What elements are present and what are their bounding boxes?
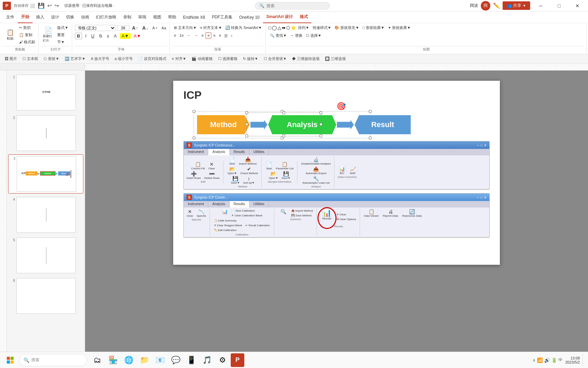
redo-btn[interactable]: ↪ <box>54 2 59 9</box>
decrease-font-button[interactable]: A↓ <box>141 25 150 31</box>
taskbar-search[interactable]: 🔍 搜索 <box>19 354 87 366</box>
tab-file[interactable]: 文件 <box>3 12 18 23</box>
layout-button[interactable]: 版式▼ <box>56 25 70 31</box>
ss1-open-method[interactable]: 📂Open▼ <box>226 166 239 175</box>
ss1-save-method[interactable]: 💾Save▼ <box>229 175 241 185</box>
tab-design[interactable]: 设计 <box>48 12 63 23</box>
copy-button[interactable]: 📋 复制 <box>18 32 36 38</box>
align-left-button[interactable]: ≡ <box>200 33 205 38</box>
font-size-input[interactable] <box>117 25 129 31</box>
search-input[interactable] <box>266 3 317 8</box>
ss1-autosampler[interactable]: 🔧Autosampler Load List <box>301 175 331 185</box>
ss2-save-method[interactable]: 💾Save Method <box>290 213 314 218</box>
show-desktop[interactable] <box>583 353 585 367</box>
find-button[interactable]: 🔍 查找▼ <box>268 32 288 39</box>
tab-format[interactable]: 格式 <box>296 12 311 23</box>
tab-home[interactable]: 开始 <box>18 12 33 23</box>
ss1-clear[interactable]: ✕Clear <box>207 161 216 171</box>
tab-animations[interactable]: 动画 <box>78 12 93 23</box>
align-right-button[interactable]: ≡ <box>212 33 217 38</box>
ss1-tab-results[interactable]: Results <box>230 149 249 155</box>
change-case-button[interactable]: Aa <box>160 25 167 31</box>
ss2-edit-calibration[interactable]: ✏️Edit Calibration <box>213 228 244 232</box>
reset-button[interactable]: 重置 <box>56 32 70 38</box>
tab-endnote[interactable]: EndNote X8 <box>180 12 209 23</box>
bullets-button[interactable]: ≡ <box>173 33 177 38</box>
ss1-msf[interactable]: 📈MSF <box>348 166 358 175</box>
flowchart[interactable]: Method Analysis Result <box>197 115 490 134</box>
tab-pdf[interactable]: PDF工具集 <box>209 12 236 23</box>
shape-3[interactable]: △ <box>278 25 281 30</box>
minimize-button[interactable]: ─ <box>533 0 549 12</box>
ss1-param-list[interactable]: 📋Parameter List <box>275 161 295 171</box>
ss2-recall-calib[interactable]: ↩Recall Calibration <box>244 218 271 232</box>
qa-shape[interactable]: ⬡ 形状▼ <box>42 56 61 62</box>
autosave-toggle[interactable]: ⬜ <box>30 3 35 8</box>
qa-align[interactable]: ≡ 对齐▼ <box>170 56 188 62</box>
undo-btn[interactable]: ↩ <box>47 2 52 9</box>
tray-network[interactable]: 📶 <box>537 357 543 363</box>
tray-battery[interactable]: 🔋 <box>551 357 557 363</box>
ss1-insert-rows[interactable]: ➕Insert Rows <box>185 171 202 180</box>
ss1-sample-new[interactable]: 📄New <box>264 161 274 171</box>
qa-decrease-font[interactable]: a 缩小字号 <box>113 56 135 62</box>
ss1-iec[interactable]: 📊IEC <box>337 166 347 175</box>
ss2-options[interactable]: ⚙Clear Options <box>335 217 358 221</box>
shape-outline-button[interactable]: □ 形状轮廓▼ <box>361 25 386 31</box>
qa-3d-options[interactable]: ◆ 三维旋转选项 <box>290 56 321 62</box>
qa-3d-select[interactable]: 🔲 三维选项 <box>323 56 348 62</box>
ss2-reprocess[interactable]: 🔄Reprocess Data <box>401 209 423 218</box>
shape-5[interactable]: ⬡ <box>286 25 290 30</box>
increase-font-button[interactable]: A↑ <box>131 25 140 31</box>
tab-slideshow[interactable]: 幻灯片放映 <box>93 12 120 23</box>
paste-button[interactable]: 📋 粘贴 <box>3 28 17 42</box>
shape-1[interactable]: □ <box>268 25 271 30</box>
qa-wordart[interactable]: 🔤 艺术字▼ <box>63 56 87 62</box>
decrease-indent-button[interactable]: ← <box>186 33 192 38</box>
ss1-tab-analysis[interactable]: Analysis <box>208 149 229 155</box>
ss1-sample-open[interactable]: 📂Open▼ <box>267 171 280 180</box>
pen-icon[interactable]: ✏️ <box>493 2 500 9</box>
qa-increase-font[interactable]: A 放大字号 <box>89 56 111 62</box>
tab-onekey[interactable]: OneKey 10 <box>236 12 263 23</box>
taskbar-store[interactable]: 🏪 <box>105 353 120 368</box>
select-button[interactable]: ☐ 选择▼ <box>305 32 323 39</box>
new-slide-button[interactable]: 📄 新建幻灯片 <box>42 26 55 44</box>
taskbar-mail[interactable]: 📧 <box>152 353 167 368</box>
highlight-button[interactable]: A▼ <box>120 33 131 39</box>
ss2-spectra-btn[interactable]: 📉Spectra <box>195 209 208 218</box>
ss2-tab-instrument[interactable]: Instrument <box>184 201 208 208</box>
qa-image[interactable]: 🖼 图片 <box>3 56 19 62</box>
ss1-check-method[interactable]: ✔Check Method <box>239 166 259 175</box>
ss1-tab-utilities[interactable]: Utilities <box>249 149 269 155</box>
line-spacing-button[interactable]: ↕ <box>229 33 234 38</box>
taskbar-app8[interactable]: ⚙ <box>215 353 230 368</box>
slide-item-5[interactable]: 5 <box>8 236 83 275</box>
slide-item-3[interactable]: 3 ICP Method ▶ Analysis ▶ Result <box>8 154 83 194</box>
format-painter-button[interactable]: 🖌 格式刷 <box>18 39 36 45</box>
font-family-select[interactable]: 等线 (正文) <box>75 25 116 31</box>
ss2-clear-reagent-blank[interactable]: ✕Clear Reagent Blank <box>213 223 244 228</box>
start-button[interactable] <box>3 353 18 368</box>
qa-textbox[interactable]: ☐ 文本框 <box>20 56 40 62</box>
qa-selection-pane[interactable]: ☐ 选择窗格 <box>216 56 240 62</box>
ss2-import-method[interactable]: 📥Import Method <box>290 209 314 213</box>
ss2-tab-results[interactable]: Results <box>230 201 249 208</box>
italic-button[interactable]: I <box>83 33 88 39</box>
ss2-calib-icon-btn[interactable]: 📊 <box>220 209 229 218</box>
ss1-delete-rows[interactable]: ➖Delete Rows <box>203 171 221 180</box>
ss2-new-calib[interactable]: 📄New Calibration <box>230 209 264 213</box>
slide-3[interactable]: ICP 🎯 <box>173 81 500 265</box>
quick-styles-button[interactable]: 快速样式▼ <box>311 25 333 31</box>
taskbar-app6[interactable]: 📱 <box>184 353 199 368</box>
ss2-spectra-clear[interactable]: ✕Clear <box>185 209 195 218</box>
align-center-button[interactable]: ≡ <box>206 32 211 39</box>
tab-review[interactable]: 审阅 <box>135 12 150 23</box>
cut-button[interactable]: ✂ 剪切 <box>18 25 36 31</box>
text-direction-button[interactable]: ⊞ 文本方向▼ <box>173 25 198 31</box>
shape-6[interactable]: ⭐ <box>291 25 296 30</box>
ss1-enable-analytes[interactable]: 🔬Enable/Disable Analytes <box>300 156 332 166</box>
ss1-new-method[interactable]: 📄New <box>227 156 237 166</box>
tab-help[interactable]: 帮助 <box>165 12 180 23</box>
method-box[interactable]: Method <box>197 115 250 134</box>
